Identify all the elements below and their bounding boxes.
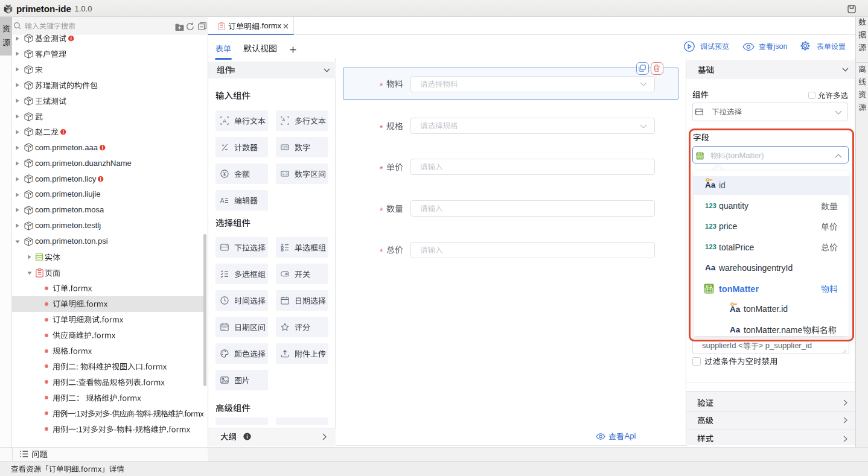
svg-text:1~3: 1~3 bbox=[282, 172, 287, 176]
svg-text:123: 123 bbox=[282, 145, 287, 149]
svg-text:A: A bbox=[220, 197, 225, 204]
svg-text:A: A bbox=[223, 118, 227, 124]
svg-text:A: A bbox=[282, 118, 286, 122]
